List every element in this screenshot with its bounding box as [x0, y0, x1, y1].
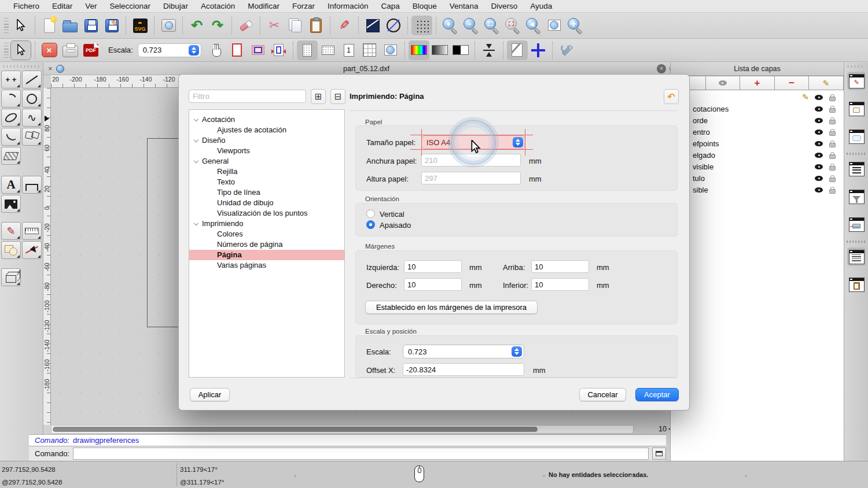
- center-vertical-button[interactable]: [479, 40, 499, 60]
- tree-item-viewports[interactable]: Viewports: [189, 146, 344, 156]
- horizontal-scrollbar[interactable]: [51, 425, 634, 434]
- tool-deselect[interactable]: [22, 241, 42, 259]
- print-preview-button[interactable]: [158, 16, 179, 35]
- tool-shapes[interactable]: [22, 128, 42, 146]
- tree-item-unidad-de-dibujo[interactable]: Unidad de dibujo: [189, 198, 344, 208]
- eye-icon[interactable]: [815, 153, 823, 158]
- collapse-all-button[interactable]: ⊟: [330, 89, 345, 104]
- command-input[interactable]: [73, 448, 649, 460]
- multi-page-button[interactable]: [359, 40, 380, 60]
- preview-select-button[interactable]: [10, 40, 31, 60]
- panel-command-button[interactable]: [847, 247, 866, 266]
- tree-filter-input[interactable]: [189, 90, 306, 103]
- lock-icon[interactable]: [829, 131, 836, 136]
- tree-item-general[interactable]: General: [189, 156, 344, 167]
- tool-polyline[interactable]: [1, 128, 21, 146]
- vertical-radio[interactable]: [366, 209, 375, 218]
- draft-mode-button[interactable]: [507, 40, 528, 60]
- paste-button[interactable]: [306, 16, 326, 35]
- line-tool-button[interactable]: [362, 16, 383, 35]
- apply-button[interactable]: Aplicar: [190, 388, 230, 401]
- lock-icon[interactable]: [829, 189, 836, 194]
- layer-row[interactable]: sible: [671, 184, 844, 195]
- tree-item-diseno[interactable]: Diseño: [189, 135, 344, 146]
- save-button[interactable]: [80, 16, 101, 35]
- tree-item-visualizacion-puntos[interactable]: Visualización de los puntos: [189, 208, 344, 219]
- tool-spline[interactable]: ∿: [22, 109, 42, 127]
- panel-clipboard-button[interactable]: [847, 275, 866, 294]
- crosshair-button[interactable]: [528, 40, 549, 60]
- tree-item-numeros-de-pagina[interactable]: Números de página: [189, 239, 344, 250]
- scrollbar-thumb[interactable]: [53, 427, 538, 432]
- tree-item-pagina-selected[interactable]: Página: [189, 250, 344, 260]
- portrait-page-button[interactable]: [297, 40, 318, 60]
- tree-item-imprimiendo[interactable]: Imprimiendo: [189, 219, 344, 229]
- landscape-page-button[interactable]: [318, 40, 339, 60]
- grayscale-button[interactable]: [429, 40, 450, 60]
- margin-left-input[interactable]: [404, 260, 462, 273]
- menu-ver[interactable]: Ver: [79, 2, 103, 10]
- menu-acotacion[interactable]: Acotación: [194, 2, 241, 10]
- layer-row[interactable]: efpoints: [671, 138, 844, 149]
- printer-margins-button[interactable]: Establecido en los márgenes de la impres…: [365, 301, 538, 314]
- eye-icon[interactable]: [815, 164, 823, 169]
- menu-forzar[interactable]: Forzar: [286, 2, 321, 10]
- menu-capa[interactable]: Capa: [375, 2, 406, 10]
- lock-icon[interactable]: [829, 108, 836, 113]
- redo-button[interactable]: ↷: [207, 16, 228, 35]
- tree-item-acotacion[interactable]: Acotación: [189, 114, 344, 125]
- zoom-selection-button[interactable]: [502, 16, 523, 35]
- landscape-radio[interactable]: [366, 220, 375, 229]
- menu-editar[interactable]: Editar: [46, 2, 79, 10]
- layer-row[interactable]: visible: [671, 161, 844, 172]
- pan-hand-button[interactable]: [206, 40, 227, 60]
- margin-bottom-input[interactable]: [531, 278, 589, 291]
- tree-item-rejilla[interactable]: Rejilla: [189, 167, 344, 177]
- panel-pen-button[interactable]: [847, 215, 866, 234]
- panel-library-button[interactable]: [847, 127, 866, 146]
- tree-item-varias-paginas[interactable]: Varias páginas: [189, 260, 344, 271]
- tool-ellipse[interactable]: [1, 109, 21, 127]
- tree-item-texto[interactable]: Texto: [189, 177, 344, 187]
- eye-icon[interactable]: [815, 130, 823, 135]
- zoom-window-button[interactable]: [544, 16, 565, 35]
- layer-row[interactable]: entro: [671, 126, 844, 138]
- cancel-button[interactable]: Cancelar: [579, 388, 626, 401]
- accept-button[interactable]: Aceptar: [635, 388, 679, 401]
- center-on-paper-button[interactable]: [269, 40, 289, 60]
- lock-icon[interactable]: [829, 120, 836, 124]
- tool-text[interactable]: A: [1, 176, 21, 194]
- tool-arc[interactable]: [1, 90, 21, 108]
- panel-filter-button[interactable]: [847, 187, 866, 206]
- lock-icon[interactable]: [829, 154, 836, 159]
- eye-icon[interactable]: [815, 176, 823, 181]
- document-title-bar[interactable]: × part_05.12.dxf ×: [43, 62, 689, 75]
- layer-row[interactable]: tulo: [671, 172, 844, 184]
- new-file-button[interactable]: [39, 16, 60, 35]
- offset-x-input[interactable]: [403, 363, 524, 376]
- tool-measure[interactable]: [22, 222, 42, 240]
- lock-icon[interactable]: [829, 97, 836, 101]
- tool-dimension[interactable]: [22, 176, 42, 194]
- toggle-all-layers-button[interactable]: [706, 76, 741, 90]
- close-preview-button[interactable]: ×: [39, 40, 60, 60]
- edit-layer-button[interactable]: ✎: [809, 76, 844, 90]
- zoom-pan-button[interactable]: ✛: [565, 16, 586, 35]
- paper-border-button[interactable]: [227, 40, 248, 60]
- tool-line[interactable]: [22, 71, 42, 88]
- eye-icon[interactable]: [815, 187, 823, 193]
- grid-snap-button[interactable]: [411, 16, 432, 35]
- dock-grip[interactable]: [848, 65, 865, 68]
- menu-dibujar[interactable]: Dibujar: [157, 2, 194, 10]
- tool-hatch[interactable]: [1, 147, 21, 165]
- layer-row[interactable]: orde: [671, 114, 844, 126]
- svg-export-button[interactable]: SVG: [130, 16, 150, 35]
- open-file-button[interactable]: [60, 16, 80, 35]
- pencil-icon[interactable]: ✎: [802, 93, 809, 102]
- zoom-in-button[interactable]: +: [440, 16, 461, 35]
- ellipse-tool-button[interactable]: [383, 16, 404, 35]
- tree-item-colores[interactable]: Colores: [189, 229, 344, 239]
- panel-blocks-button[interactable]: [847, 99, 866, 118]
- menu-ayuda[interactable]: Ayuda: [524, 2, 558, 10]
- print-button[interactable]: [60, 40, 80, 60]
